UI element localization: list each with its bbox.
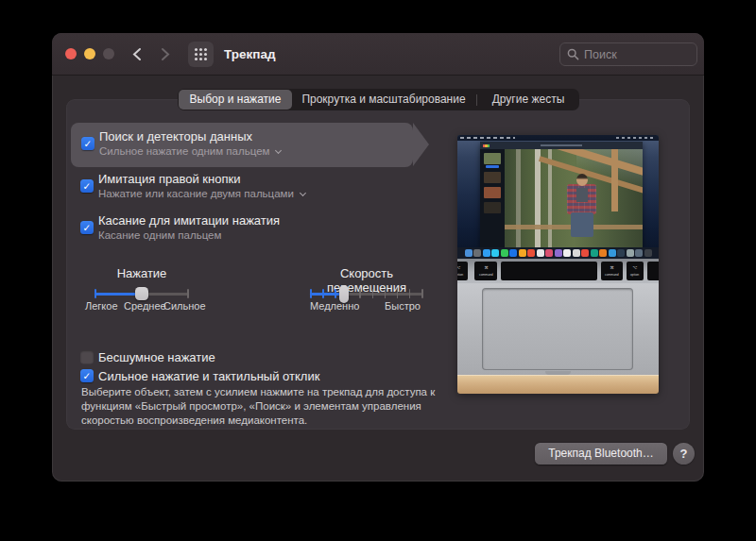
dock (457, 247, 659, 259)
pressure-label-medium: Среднее (124, 300, 166, 312)
command-key: ⌘command (474, 262, 497, 280)
force-click-label: Сильное нажатие и тактильный отклик (98, 369, 319, 383)
tab-point-and-click[interactable]: Выбор и нажатие (179, 90, 292, 110)
tab-more-gestures[interactable]: Другие жесты (478, 90, 578, 110)
trackpad-surface (482, 288, 633, 370)
mini-window-titlebar (480, 142, 643, 149)
speed-label-fast: Быстро (385, 300, 421, 312)
chevron-down-icon (300, 190, 306, 196)
speed-label-slow: Медленно (310, 300, 359, 312)
lookup-option-dropdown[interactable]: Сильное нажатие одним пальцем (99, 145, 281, 157)
force-click-description: Выберите объект, затем с усилием нажмите… (81, 385, 442, 428)
trackpad-settings-window: Трекпад Выбор и нажатие Прокрутка и масш… (52, 33, 704, 482)
secondary-click-option-dropdown[interactable]: Нажатие или касание двумя пальцами (98, 188, 305, 199)
tab-bar: Выбор и нажатие Прокрутка и масштабирова… (178, 89, 579, 110)
help-button[interactable]: ? (673, 443, 695, 465)
bluetooth-trackpad-button[interactable]: Трекпад Bluetooth… (535, 443, 667, 465)
lookup-checkbox[interactable]: ✓ (81, 137, 94, 150)
tab-separator (476, 94, 477, 106)
macbook-body (457, 283, 659, 375)
option-key: ⌥option (457, 262, 468, 280)
pressure-label-light: Легкое (85, 300, 118, 312)
tab-scroll-and-zoom[interactable]: Прокрутка и масштабирование (292, 90, 475, 110)
chevron-right-icon (161, 47, 170, 61)
photo-sidebar (480, 149, 505, 247)
secondary-click-title: Имитация правой кнопки (98, 172, 240, 186)
forward-button[interactable] (156, 45, 175, 63)
option-key: ⌥option (627, 262, 644, 280)
settings-panel: ✓ Поиск и детекторы данных Сильное нажат… (66, 99, 690, 430)
command-key: ⌘command (601, 262, 623, 280)
minimize-button[interactable] (84, 48, 95, 59)
silent-clicking-label: Бесшумное нажатие (98, 350, 215, 364)
mini-photo-window (480, 142, 643, 247)
tap-to-click-checkbox[interactable]: ✓ (80, 221, 94, 234)
desktop-background: Трекпад Выбор и нажатие Прокрутка и масш… (0, 0, 756, 541)
search-field[interactable] (559, 42, 697, 66)
back-button[interactable] (128, 45, 146, 63)
silent-clicking-checkbox[interactable]: ✓ (80, 350, 94, 363)
mini-menubar (457, 135, 659, 141)
window-title: Трекпад (224, 33, 275, 76)
close-button[interactable] (65, 48, 77, 59)
tap-to-click-subtitle: Касание одним пальцем (98, 229, 221, 241)
macbook-screen (457, 135, 659, 259)
search-icon (567, 48, 579, 60)
click-pressure-label: Нажатие (94, 266, 189, 280)
lookup-title: Поиск и детекторы данных (99, 129, 252, 144)
click-pressure-slider-thumb[interactable] (135, 287, 148, 300)
pressure-tick-end (187, 289, 189, 298)
apps-grid-icon (195, 48, 207, 60)
chevron-left-icon (132, 47, 142, 61)
titlebar[interactable]: Трекпад (52, 33, 704, 76)
speed-slider-ticks (310, 289, 423, 298)
show-all-preferences-button[interactable] (188, 42, 214, 67)
pressure-tick-start (94, 289, 96, 298)
zoom-button-disabled (103, 48, 114, 59)
photo-of-man (505, 149, 643, 247)
arrow-key (647, 262, 659, 280)
trackpad-demo-video: ⌥option ⌘command ⌘command ⌥option (457, 135, 659, 394)
secondary-click-checkbox[interactable]: ✓ (80, 179, 94, 193)
search-input[interactable] (584, 48, 688, 61)
keyboard-bottom-row: ⌥option ⌘command ⌘command ⌥option (457, 259, 659, 283)
chevron-down-icon (275, 147, 282, 154)
pressure-label-firm: Сильное (163, 300, 206, 312)
wooden-desk (457, 375, 659, 394)
space-key (501, 262, 597, 280)
tap-to-click-title: Касание для имитации нажатия (98, 213, 280, 228)
force-click-checkbox[interactable]: ✓ (80, 369, 94, 382)
